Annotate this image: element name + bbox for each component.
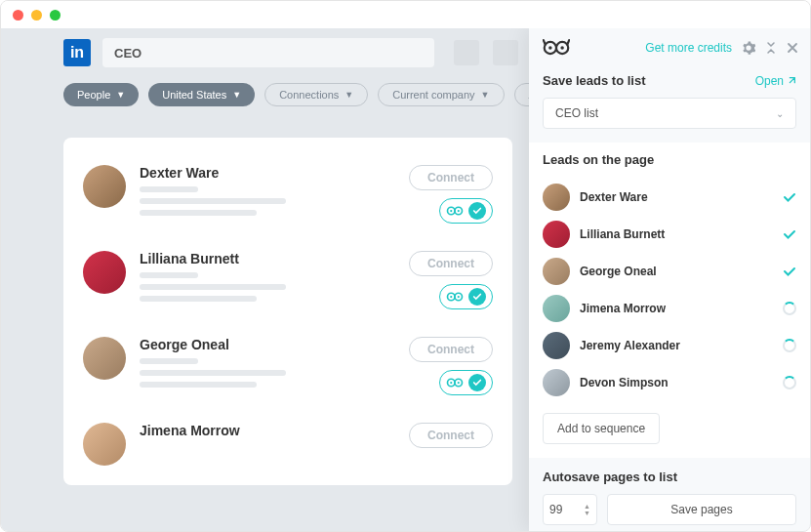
spinner-icon — [783, 302, 796, 315]
maximize-window-icon[interactable] — [50, 10, 61, 20]
autosave-count-input[interactable]: 99 ▲▼ — [543, 494, 597, 525]
avatar[interactable] — [83, 337, 126, 380]
chevron-down-icon: ▼ — [116, 90, 125, 100]
lead-name: Jeremy Alexander — [580, 339, 773, 352]
connect-button[interactable]: Connect — [409, 423, 493, 448]
chevron-down-icon: ▼ — [481, 90, 490, 100]
connect-button[interactable]: Connect — [409, 337, 493, 362]
svg-point-2 — [450, 210, 452, 212]
linkedin-logo-icon[interactable]: in — [63, 39, 91, 66]
panel-header: Get more credits — [529, 28, 810, 65]
connect-button[interactable]: Connect — [409, 251, 493, 276]
filter-location[interactable]: United States▼ — [148, 83, 255, 106]
nav-item[interactable] — [493, 40, 518, 65]
lead-row: Devon Simpson — [543, 364, 796, 401]
save-pages-button[interactable]: Save pages — [607, 494, 796, 525]
search-results: Dexter Ware Connect Lilliana Burnett — [63, 138, 512, 485]
avatar — [543, 295, 570, 322]
owl-logo-icon — [543, 38, 570, 58]
lead-name: Devon Simpson — [580, 376, 773, 389]
minimize-window-icon[interactable] — [31, 10, 42, 20]
result-name[interactable]: George Oneal — [140, 337, 395, 352]
connect-button[interactable]: Connect — [409, 165, 493, 190]
avatar — [543, 221, 570, 248]
owl-saved-badge[interactable] — [439, 370, 493, 395]
gear-icon[interactable] — [742, 41, 755, 55]
nav-item[interactable] — [454, 40, 479, 65]
result-name[interactable]: Dexter Ware — [140, 165, 395, 181]
chevron-down-icon: ▼ — [345, 90, 353, 100]
lead-row: George Oneal — [543, 253, 796, 290]
result-row: George Oneal Connect — [83, 329, 493, 415]
result-row: Jimena Morrow Connect — [83, 415, 493, 485]
owl-icon — [446, 291, 464, 303]
filter-company[interactable]: Current company▼ — [378, 83, 504, 106]
autosave-section: Autosave pages to list 99 ▲▼ Save pages — [529, 458, 810, 525]
svg-point-10 — [450, 382, 452, 384]
owl-icon — [446, 377, 464, 389]
filter-people[interactable]: People▼ — [63, 83, 139, 106]
check-icon — [783, 190, 796, 204]
leads-on-page: Leads on the page Dexter Ware Lilliana B… — [529, 143, 810, 458]
lead-name: Lilliana Burnett — [580, 227, 773, 241]
owl-saved-badge[interactable] — [439, 198, 493, 224]
lead-row: Dexter Ware — [543, 179, 796, 216]
filter-connections[interactable]: Connections▼ — [264, 83, 368, 106]
lead-row: Jeremy Alexander — [543, 327, 796, 364]
avatar — [543, 332, 570, 359]
result-name[interactable]: Lilliana Burnett — [140, 251, 395, 266]
stepper-icon[interactable]: ▲▼ — [584, 503, 590, 516]
close-window-icon[interactable] — [13, 10, 23, 20]
owl-icon — [446, 205, 464, 217]
leads-title: Leads on the page — [543, 152, 796, 167]
window-titlebar — [1, 1, 810, 28]
result-row: Dexter Ware Connect — [83, 157, 493, 243]
svg-point-15 — [560, 46, 564, 50]
spinner-icon — [783, 376, 796, 389]
extension-panel: Get more credits Save leads to list Open… — [529, 28, 810, 531]
svg-point-14 — [548, 46, 552, 50]
owl-saved-badge[interactable] — [439, 284, 493, 309]
avatar — [543, 184, 570, 211]
lead-name: George Oneal — [580, 265, 773, 278]
chevron-down-icon: ▼ — [232, 90, 241, 100]
search-input[interactable]: CEO — [102, 38, 434, 67]
result-row: Lilliana Burnett Connect — [83, 243, 493, 329]
check-icon — [468, 202, 486, 220]
avatar[interactable] — [83, 423, 126, 466]
open-link[interactable]: Open — [755, 74, 796, 88]
close-icon[interactable] — [787, 42, 798, 54]
collapse-icon[interactable] — [765, 42, 777, 54]
svg-point-11 — [458, 382, 460, 384]
lead-name: Jimena Morrow — [580, 302, 773, 315]
get-credits-link[interactable]: Get more credits — [645, 41, 732, 55]
svg-point-7 — [458, 296, 460, 298]
selected-list-name: CEO list — [555, 106, 598, 120]
svg-point-3 — [458, 210, 460, 212]
check-icon — [783, 227, 796, 241]
save-leads-title: Save leads to list — [543, 73, 646, 88]
lead-row: Jimena Morrow — [543, 290, 796, 327]
svg-point-6 — [450, 296, 452, 298]
lead-row: Lilliana Burnett — [543, 216, 796, 253]
check-icon — [468, 288, 486, 306]
avatar — [543, 369, 570, 396]
spinner-icon — [783, 339, 796, 352]
result-name[interactable]: Jimena Morrow — [140, 423, 395, 438]
avatar[interactable] — [83, 165, 126, 208]
lead-name: Dexter Ware — [580, 190, 773, 204]
chevron-down-icon: ⌄ — [776, 108, 784, 119]
add-to-sequence-button[interactable]: Add to sequence — [543, 413, 660, 444]
avatar[interactable] — [83, 251, 126, 294]
list-dropdown[interactable]: CEO list ⌄ — [543, 98, 796, 129]
check-icon — [468, 374, 486, 391]
autosave-title: Autosave pages to list — [543, 470, 796, 484]
avatar — [543, 258, 570, 285]
check-icon — [783, 265, 796, 278]
external-link-icon — [787, 76, 796, 86]
